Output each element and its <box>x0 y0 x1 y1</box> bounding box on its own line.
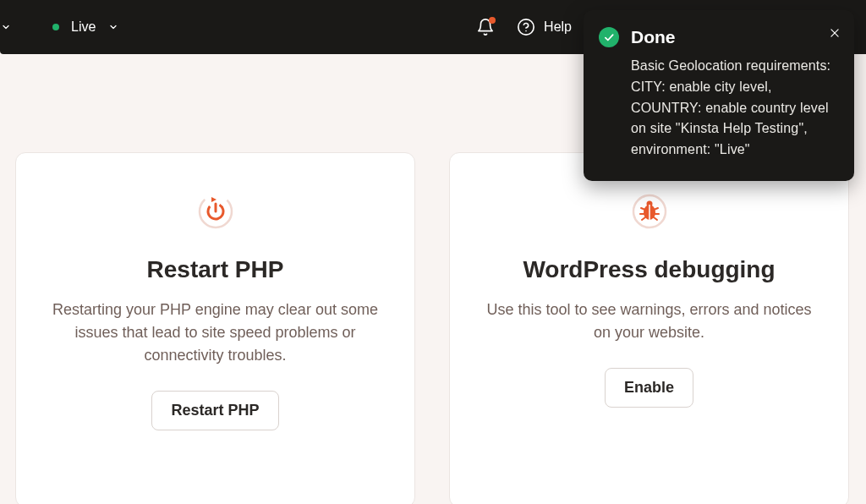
toast-notification: Done Basic Geolocation requirements: CIT… <box>584 10 854 181</box>
restart-php-card: Restart PHP Restarting your PHP engine m… <box>15 152 415 504</box>
chevron-down-icon <box>107 21 119 33</box>
svg-line-15 <box>654 217 657 220</box>
close-icon[interactable] <box>829 27 841 42</box>
toast-title: Done <box>631 27 836 47</box>
help-button[interactable]: Help <box>517 18 572 36</box>
card-description: Use this tool to see warnings, errors an… <box>484 299 814 344</box>
card-description: Restarting your PHP engine may clear out… <box>50 299 381 367</box>
status-dot-icon <box>52 24 59 30</box>
svg-marker-3 <box>211 197 216 202</box>
card-title: Restart PHP <box>147 256 284 283</box>
toast-body: Basic Geolocation requirements: CITY: en… <box>631 56 836 161</box>
restart-icon <box>196 192 235 231</box>
environment-selector[interactable]: Live <box>52 19 119 35</box>
bug-icon <box>630 192 669 231</box>
svg-point-0 <box>518 19 534 35</box>
check-circle-icon <box>599 27 619 47</box>
environment-label: Live <box>71 19 96 35</box>
help-label: Help <box>544 19 572 35</box>
chevron-down-icon[interactable] <box>0 21 12 33</box>
topbar-left: Live <box>0 19 119 35</box>
notifications-button[interactable] <box>476 18 495 36</box>
enable-button[interactable]: Enable <box>605 368 693 408</box>
wordpress-debugging-card: WordPress debugging Use this tool to see… <box>449 152 849 504</box>
restart-php-button[interactable]: Restart PHP <box>151 391 278 430</box>
svg-line-14 <box>642 217 645 220</box>
card-title: WordPress debugging <box>523 256 775 283</box>
topbar-right: Help <box>476 18 572 36</box>
